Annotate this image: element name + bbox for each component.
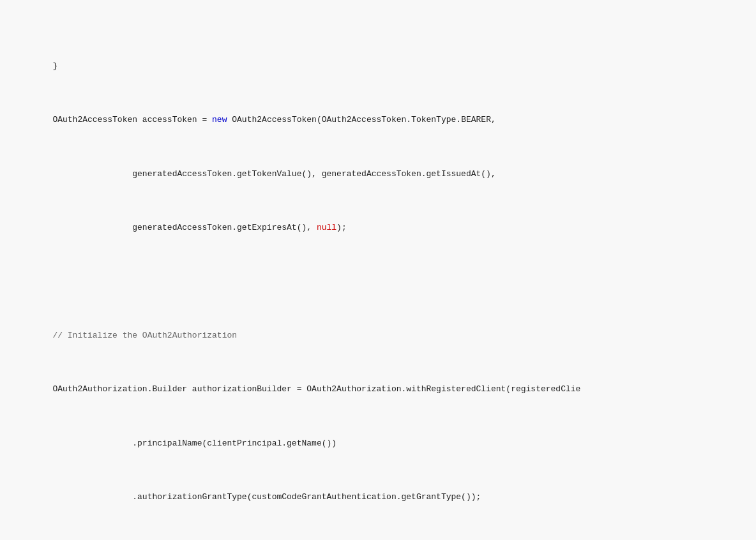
- code-line-4: generatedAccessToken.getExpiresAt(), nul…: [0, 221, 756, 235]
- code-line-3: generatedAccessToken.getTokenValue(), ge…: [0, 167, 756, 181]
- code-area: } OAuth2AccessToken accessToken = new OA…: [0, 0, 756, 540]
- code-block: } OAuth2AccessToken accessToken = new OA…: [0, 0, 756, 540]
- code-line-8: .principalName(clientPrincipal.getName()…: [0, 437, 756, 451]
- code-line-2: OAuth2AccessToken accessToken = new OAut…: [0, 114, 756, 128]
- page-container: } OAuth2AccessToken accessToken = new OA…: [0, 0, 756, 540]
- code-line-7: OAuth2Authorization.Builder authorizatio…: [0, 383, 756, 397]
- code-line-9: .authorizationGrantType(customCodeGrantA…: [0, 490, 756, 504]
- code-line-6: // Initialize the OAuth2Authorization: [0, 329, 756, 343]
- code-line-5: [0, 275, 756, 289]
- code-line-1: }: [0, 59, 756, 73]
